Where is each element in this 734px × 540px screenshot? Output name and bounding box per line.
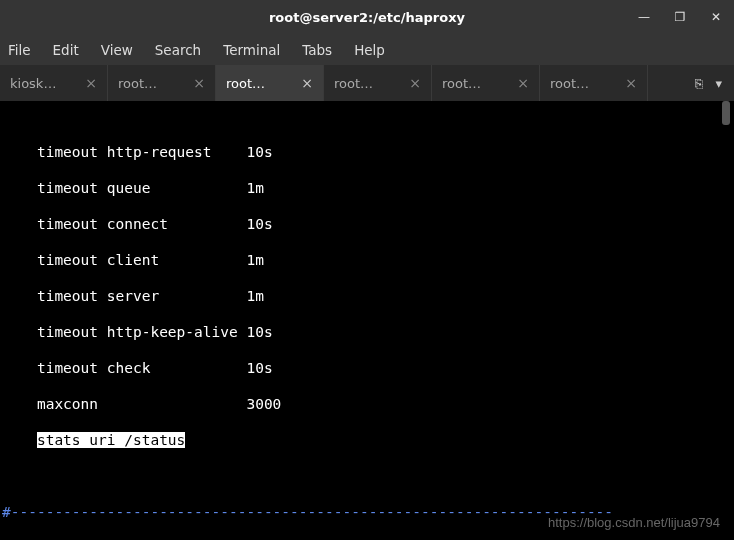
code-line-highlighted: stats uri /status — [2, 431, 732, 449]
titlebar: root@server2:/etc/haproxy — ❐ ✕ — [0, 0, 734, 34]
menu-help[interactable]: Help — [354, 42, 385, 58]
menu-view[interactable]: View — [101, 42, 133, 58]
tab-close-icon[interactable]: × — [409, 75, 421, 91]
tab-root-4[interactable]: root…× — [432, 65, 540, 101]
code-line: timeout queue 1m — [2, 179, 732, 197]
menu-file[interactable]: File — [8, 42, 31, 58]
tab-label: root… — [334, 76, 373, 91]
tab-root-5[interactable]: root…× — [540, 65, 648, 101]
tab-label: root… — [226, 76, 265, 91]
tab-close-icon[interactable]: × — [85, 75, 97, 91]
scrollbar[interactable] — [722, 101, 730, 125]
tab-kiosk[interactable]: kiosk…× — [0, 65, 108, 101]
menu-edit[interactable]: Edit — [53, 42, 79, 58]
code-line: timeout server 1m — [2, 287, 732, 305]
tab-label: root… — [550, 76, 589, 91]
code-line: timeout http-request 10s — [2, 143, 732, 161]
tab-label: root… — [118, 76, 157, 91]
menu-terminal[interactable]: Terminal — [223, 42, 280, 58]
code-line: timeout client 1m — [2, 251, 732, 269]
tabbar-right: ⎘ ▾ — [683, 65, 734, 101]
tab-close-icon[interactable]: × — [625, 75, 637, 91]
window-title: root@server2:/etc/haproxy — [269, 10, 465, 25]
tabbar: kiosk…× root…× root…× root…× root…× root… — [0, 65, 734, 101]
watermark: https://blog.csdn.net/lijua9794 — [548, 515, 720, 530]
menu-search[interactable]: Search — [155, 42, 201, 58]
minimize-button[interactable]: — — [626, 0, 662, 34]
menu-tabs[interactable]: Tabs — [302, 42, 332, 58]
tab-close-icon[interactable]: × — [517, 75, 529, 91]
tab-root-3[interactable]: root…× — [324, 65, 432, 101]
tab-root-1[interactable]: root…× — [108, 65, 216, 101]
window-controls: — ❐ ✕ — [626, 0, 734, 34]
code-line: timeout http-keep-alive 10s — [2, 323, 732, 341]
menubar: File Edit View Search Terminal Tabs Help — [0, 34, 734, 65]
tab-root-2-active[interactable]: root…× — [216, 65, 324, 101]
code-line: timeout check 10s — [2, 359, 732, 377]
blank-line — [2, 467, 732, 485]
tabs-overflow-icon[interactable]: ⎘ — [695, 76, 703, 91]
tab-label: root… — [442, 76, 481, 91]
close-button[interactable]: ✕ — [698, 0, 734, 34]
tab-close-icon[interactable]: × — [301, 75, 313, 91]
code-line: maxconn 3000 — [2, 395, 732, 413]
tab-close-icon[interactable]: × — [193, 75, 205, 91]
code-line: timeout connect 10s — [2, 215, 732, 233]
terminal[interactable]: timeout http-request 10s timeout queue 1… — [0, 101, 734, 540]
tabs-dropdown-icon[interactable]: ▾ — [715, 76, 722, 91]
maximize-button[interactable]: ❐ — [662, 0, 698, 34]
tab-label: kiosk… — [10, 76, 56, 91]
